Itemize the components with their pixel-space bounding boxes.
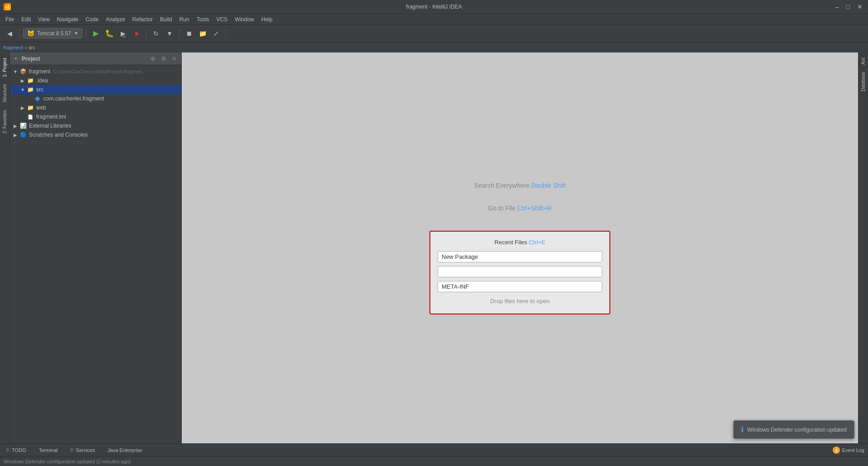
dialog-header: Recent Files Ctrl+E <box>438 239 602 246</box>
sidebar-item-project[interactable]: 1: Project <box>1 54 8 81</box>
refresh-button[interactable]: ↻ <box>150 28 162 39</box>
tree-label-src: src <box>36 86 43 93</box>
menu-item-run[interactable]: Run <box>176 15 193 24</box>
menu-item-edit[interactable]: Edit <box>18 15 34 24</box>
tree-arrow-scratches: ▶ <box>12 133 19 138</box>
event-log-button[interactable]: 1 Event Log <box>833 447 864 454</box>
tree-item-idea[interactable]: ▶ 📁 .idea <box>10 76 181 85</box>
panel-scope-button[interactable]: ⊕ <box>150 54 156 63</box>
tree-arrow-src: ▼ <box>19 87 26 92</box>
bottom-tab-todo[interactable]: 6: TODO <box>4 447 29 454</box>
tree-label-root: fragment <box>29 68 50 75</box>
bottom-tab-java-enterprise[interactable]: Java Enterprise <box>105 447 145 454</box>
dialog-input-new-package: New Package <box>438 251 602 262</box>
editor-hints: Search Everywhere Double Shift Go to Fil… <box>474 182 566 220</box>
breadcrumb-bar: fragment › src <box>0 42 868 52</box>
expand-button[interactable]: ⤢ <box>210 28 222 39</box>
project-panel: ▼ Project ⊕ ⚙ ✕ ▼ 📦 fragment C:\Users\Ca… <box>10 52 182 443</box>
window-controls: – □ ✕ <box>834 3 864 10</box>
dialog-drop-text: Drop files here to open <box>438 296 602 306</box>
package-icon: 🔷 <box>33 95 42 102</box>
ext-libs-icon: 📊 <box>19 122 27 129</box>
coverage-button[interactable]: ▶̲ <box>117 28 129 39</box>
folder-icon-idea: 📁 <box>26 77 34 84</box>
app-title: fragment - IntelliJ IDEA <box>406 4 462 10</box>
tree-arrow-idea: ▶ <box>19 78 26 83</box>
toolbar-separator-5 <box>226 29 226 38</box>
arrow-down-button[interactable]: ▼ <box>164 28 175 39</box>
menu-item-vcs[interactable]: VCS <box>213 15 231 24</box>
close-button[interactable]: ✕ <box>855 3 864 10</box>
tree-item-iml[interactable]: 📄 fragment.iml <box>10 112 181 121</box>
bottom-tab-terminal[interactable]: Terminal <box>36 447 61 454</box>
hint-search-everywhere: Search Everywhere Double Shift <box>474 182 566 189</box>
debug-button[interactable]: 🐛 <box>104 28 115 39</box>
tree-item-root[interactable]: ▼ 📦 fragment C:\Users\CaoChenLei\IdeaPro… <box>10 67 181 76</box>
menu-item-view[interactable]: View <box>34 15 53 24</box>
tree-label-scratches: Scratches and Consoles <box>29 132 88 138</box>
sidebar-item-structure[interactable]: Structure <box>1 81 8 106</box>
tree-arrow-ext-libs: ▶ <box>12 124 19 128</box>
project-dropdown-icon: ▼ <box>14 56 18 61</box>
sidebar-item-database[interactable]: Database <box>860 68 867 95</box>
menu-item-window[interactable]: Window <box>231 15 258 24</box>
breadcrumb-root[interactable]: fragment <box>4 45 23 50</box>
bottom-bar: 6: TODO Terminal 8: Services Java Enterp… <box>0 443 868 456</box>
toolbar-separator-2 <box>86 29 86 38</box>
package-name-input[interactable] <box>438 266 602 277</box>
folder-icon-web: 📁 <box>26 104 34 111</box>
tree-item-scratches[interactable]: ▶ 🔵 Scratches and Consoles <box>10 130 181 139</box>
menu-item-build[interactable]: Build <box>156 15 176 24</box>
sidebar-item-ant[interactable]: Ant <box>860 54 867 68</box>
tree-label-web: web <box>36 105 46 111</box>
notification-message: Windows Defender configuration updated <box>747 427 847 433</box>
toolbar-separator-3 <box>146 29 146 38</box>
tree-item-web[interactable]: ▶ 📁 web <box>10 103 181 112</box>
main-area: 1: Project Structure 2: Favorites ▼ Proj… <box>0 52 868 443</box>
run-button[interactable]: ▶ <box>90 28 102 39</box>
tree-path-root: C:\Users\CaoChenLei\IdeaProjects\fragmen… <box>53 69 142 74</box>
menu-item-navigate[interactable]: Navigate <box>53 15 82 24</box>
right-sidebar-tabs: Ant Database <box>858 52 868 443</box>
editor-area: Search Everywhere Double Shift Go to Fil… <box>182 52 858 443</box>
tree-arrow-root: ▼ <box>12 69 19 74</box>
folder-icon-root: 📦 <box>19 68 27 75</box>
services-label: Services <box>76 447 95 453</box>
tree-label-iml: fragment.iml <box>36 114 66 120</box>
toolbar-back-button[interactable]: ◀ <box>4 28 15 39</box>
scratches-icon: 🔵 <box>19 131 27 138</box>
tree-item-package[interactable]: 🔷 com.caochenlei.fragment <box>10 94 181 103</box>
project-panel-title[interactable]: Project <box>22 56 146 62</box>
tree-label-idea: .idea <box>36 77 48 84</box>
hint-goto-file: Go to File Ctrl+Shift+R <box>488 204 552 212</box>
breadcrumb-separator: › <box>25 45 27 50</box>
dialog-existing-entry[interactable]: META-INF <box>438 281 602 292</box>
left-sidebar-tabs: 1: Project Structure 2: Favorites <box>0 52 10 443</box>
toolbar: ◀ 🐱 Tomcat 8.5.57 ▼ ▶ 🐛 ▶̲ ■ ↻ ▼ ⏹ 📁 ⤢ <box>0 24 868 42</box>
minimize-button[interactable]: – <box>834 3 841 10</box>
sidebar-item-favorites[interactable]: 2: Favorites <box>1 106 8 137</box>
menu-item-file[interactable]: File <box>2 15 18 24</box>
tomcat-selector[interactable]: 🐱 Tomcat 8.5.57 ▼ <box>23 28 82 38</box>
stop2-button[interactable]: ⏹ <box>183 28 195 39</box>
menu-item-help[interactable]: Help <box>258 15 276 24</box>
stop-button[interactable]: ■ <box>131 28 142 39</box>
panel-settings-button[interactable]: ⚙ <box>160 54 167 63</box>
folder-button[interactable]: 📁 <box>197 28 208 39</box>
menu-item-tools[interactable]: Tools <box>193 15 213 24</box>
panel-close-button[interactable]: ✕ <box>171 54 178 63</box>
menu-bar: FileEditViewNavigateCodeAnalyzeRefactorB… <box>0 14 868 24</box>
tree-label-ext-libs: External Libraries <box>29 123 71 129</box>
menu-item-code[interactable]: Code <box>82 15 102 24</box>
toolbar-separator-1 <box>19 29 19 38</box>
tree-item-src[interactable]: ▼ 📁 src <box>10 85 181 94</box>
tree-item-external-libs[interactable]: ▶ 📊 External Libraries <box>10 121 181 130</box>
menu-item-analyze[interactable]: Analyze <box>102 15 129 24</box>
tree-arrow-web: ▶ <box>19 105 26 110</box>
menu-item-refactor[interactable]: Refactor <box>129 15 156 24</box>
folder-icon-src: 📁 <box>26 86 34 93</box>
event-log-label: Event Log <box>842 447 864 453</box>
bottom-tab-services[interactable]: 8: Services <box>68 447 98 454</box>
maximize-button[interactable]: □ <box>844 3 852 10</box>
toolbar-separator-4 <box>179 29 179 38</box>
